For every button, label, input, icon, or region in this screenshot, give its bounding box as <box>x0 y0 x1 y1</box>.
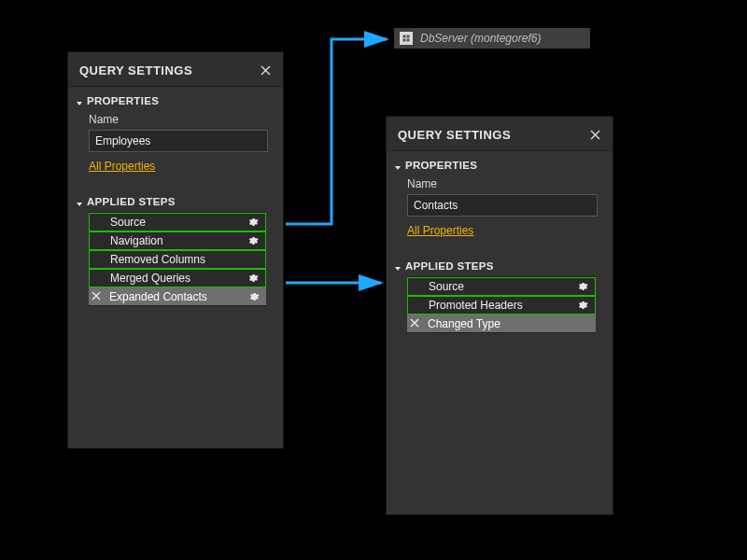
delete-icon <box>92 291 101 301</box>
close-button[interactable] <box>257 62 274 78</box>
step-settings-button[interactable] <box>576 299 589 312</box>
gear-icon <box>247 273 259 284</box>
caret-down-icon <box>76 198 83 205</box>
delete-step-button[interactable] <box>410 317 423 330</box>
delete-step-button[interactable] <box>92 290 105 303</box>
applied-steps-header[interactable]: APPLIED STEPS <box>76 193 274 210</box>
gear-icon <box>577 281 588 292</box>
properties-header[interactable]: PROPERTIES <box>394 157 603 174</box>
query-name-input[interactable] <box>407 194 598 217</box>
all-properties-link[interactable]: All Properties <box>407 224 473 237</box>
panel-title: QUERY SETTINGS <box>398 128 511 142</box>
applied-steps-list: SourceNavigationRemoved ColumnsMerged Qu… <box>89 212 266 306</box>
delete-icon <box>410 318 419 328</box>
gear-icon <box>247 217 259 228</box>
step-label: Changed Type <box>428 317 590 330</box>
applied-step-row[interactable]: Expanded Contacts <box>89 287 266 306</box>
applied-steps-header[interactable]: APPLIED STEPS <box>394 258 603 274</box>
caret-down-icon <box>394 161 402 169</box>
panel-header: QUERY SETTINGS <box>387 117 613 151</box>
properties-section: PROPERTIES Name All Properties <box>387 151 613 252</box>
db-server-node[interactable]: DbServer (montegoref6) <box>394 28 590 49</box>
name-label: Name <box>407 177 598 190</box>
close-button[interactable] <box>586 126 603 143</box>
applied-steps-section: APPLIED STEPS SourcePromoted HeadersChan… <box>387 252 613 514</box>
properties-title: PROPERTIES <box>87 95 159 106</box>
applied-step-row[interactable]: Source <box>89 213 266 231</box>
applied-step-row[interactable]: Promoted Headers <box>407 296 596 315</box>
gear-icon <box>247 235 259 246</box>
caret-down-icon <box>394 262 402 270</box>
step-settings-button[interactable] <box>247 216 260 229</box>
applied-step-row[interactable]: Changed Type <box>407 315 596 333</box>
svg-rect-4 <box>407 39 410 42</box>
close-icon <box>590 130 600 140</box>
applied-step-row[interactable]: Merged Queries <box>89 269 266 287</box>
close-icon <box>261 65 271 76</box>
svg-rect-2 <box>407 35 410 38</box>
gear-icon <box>248 291 260 302</box>
svg-rect-1 <box>403 35 406 38</box>
svg-rect-3 <box>403 39 406 42</box>
applied-steps-title: APPLIED STEPS <box>87 196 176 207</box>
applied-step-row[interactable]: Source <box>407 277 596 296</box>
query-name-input[interactable] <box>89 130 268 152</box>
applied-step-row[interactable]: Navigation <box>89 231 266 250</box>
properties-header[interactable]: PROPERTIES <box>76 92 274 109</box>
step-settings-button[interactable] <box>576 280 589 293</box>
panel-header: QUERY SETTINGS <box>68 52 283 87</box>
query-settings-panel-right: QUERY SETTINGS PROPERTIES Name All Prope… <box>386 116 613 515</box>
step-label: Source <box>429 280 576 293</box>
properties-title: PROPERTIES <box>405 160 477 171</box>
step-label: Expanded Contacts <box>109 290 247 303</box>
applied-step-row[interactable]: Removed Columns <box>89 250 266 269</box>
gear-icon <box>577 300 588 311</box>
database-icon <box>400 32 413 45</box>
db-server-label: DbServer (montegoref6) <box>420 32 541 45</box>
caret-down-icon <box>76 97 83 105</box>
query-settings-panel-left: QUERY SETTINGS PROPERTIES Name All Prope… <box>67 51 284 449</box>
step-settings-button[interactable] <box>247 234 260 247</box>
applied-steps-title: APPLIED STEPS <box>405 260 494 272</box>
step-label: Removed Columns <box>110 253 260 266</box>
step-settings-button[interactable] <box>247 290 261 303</box>
step-label: Source <box>110 216 247 229</box>
step-label: Merged Queries <box>110 272 247 285</box>
properties-section: PROPERTIES Name All Properties <box>68 87 283 188</box>
step-label: Promoted Headers <box>429 299 576 312</box>
step-settings-button[interactable] <box>247 272 260 285</box>
all-properties-link[interactable]: All Properties <box>89 160 155 173</box>
applied-steps-list: SourcePromoted HeadersChanged Type <box>407 276 596 333</box>
name-label: Name <box>89 113 268 126</box>
applied-steps-section: APPLIED STEPS SourceNavigationRemoved Co… <box>68 188 283 448</box>
panel-title: QUERY SETTINGS <box>79 63 192 77</box>
step-label: Navigation <box>110 234 247 247</box>
